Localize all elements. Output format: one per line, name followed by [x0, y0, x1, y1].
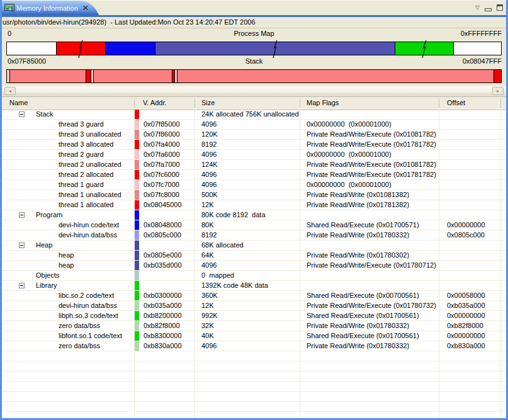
process-map-bar: [6, 42, 502, 55]
tree-collapse-icon[interactable]: [19, 283, 25, 288]
cell-mapflags: Private Read/Write/Execute (0x01780712): [307, 261, 436, 270]
empty-table-row: [2, 382, 506, 392]
cell-size: 68K allocated: [201, 241, 244, 250]
table-row[interactable]: zero data/bss 0xb830a000 4096 Private Re…: [2, 341, 506, 351]
color-chip: [135, 170, 139, 179]
empty-table-row: [2, 392, 506, 402]
color-chip: [135, 180, 139, 190]
color-chip: [135, 160, 139, 169]
tab-strip: Memory Information ✕ ▽: [2, 0, 506, 16]
scroll-right-icon[interactable]: ▸: [492, 87, 504, 95]
tree-collapse-icon[interactable]: [19, 242, 25, 248]
cell-offset: 0xb035a000: [447, 301, 485, 310]
cell-mapflags: Private Read/Write (0x01780332): [307, 230, 409, 240]
column-header-name[interactable]: Name: [9, 97, 28, 109]
cell-vaddr: 0x07f86000: [144, 130, 180, 139]
horizontal-scrollbar[interactable]: ◂ ▸: [3, 86, 505, 96]
tab-close-icon[interactable]: ✕: [82, 4, 89, 12]
cell-size: 32K: [201, 321, 214, 331]
stack-title: Stack: [6, 57, 502, 65]
column-header-mapflags[interactable]: Map Flags: [307, 97, 339, 109]
cell-offset: 0xb830a000: [447, 341, 485, 351]
tree-collapse-icon[interactable]: [19, 212, 25, 218]
color-chip: [135, 110, 139, 119]
color-chip: [135, 291, 139, 300]
cell-offset: 0x00000000: [447, 311, 485, 321]
cell-size: 80K code 8192 data: [201, 210, 266, 220]
cell-size: 1392K code 48K data: [201, 281, 268, 290]
cell-vaddr: 0xb035a000: [144, 301, 182, 310]
table-row[interactable]: heap 0xb035d000 4096 Private Read/Write/…: [2, 261, 506, 271]
process-map-labels: 0 Process Map 0xFFFFFFFF: [6, 30, 502, 40]
column-header-size[interactable]: Size: [201, 97, 215, 109]
table-row[interactable]: thread 3 allocated 0x07fa4000 8192 Priva…: [2, 140, 506, 150]
column-resize-handle[interactable]: [195, 99, 195, 108]
table-row[interactable]: thread 1 guard 0x07fc7000 4096 0x0000000…: [2, 180, 506, 190]
table-row[interactable]: Stack 24K allocated 756K unallocated: [2, 110, 506, 120]
table-row[interactable]: thread 2 unallocated 0x07fa7000 124K Pri…: [2, 160, 506, 170]
cell-size: 8192: [201, 230, 217, 240]
cell-vaddr: 0x0805c000: [144, 230, 181, 240]
table-row[interactable]: Program 80K code 8192 data: [2, 210, 506, 220]
tab-memory-information[interactable]: Memory Information ✕: [2, 1, 99, 16]
table-row[interactable]: libfont.so.1 code/text 0xb8300000 40K Sh…: [2, 331, 506, 341]
table-body: Stack 24K allocated 756K unallocated thr…: [2, 110, 506, 418]
cell-vaddr: 0xb82f8000: [144, 321, 180, 331]
map-segment-thread-1-unallocated: [177, 70, 494, 82]
memory-table: Name V. Addr. Size Map Flags Offset Stac…: [2, 96, 506, 418]
table-row[interactable]: thread 1 allocated 0x08045000 12K Privat…: [2, 200, 506, 210]
map-segment-unmapped-low: [7, 42, 56, 55]
cell-size: 120K: [201, 130, 218, 139]
table-row[interactable]: devi-hirun data/bss 0x0805c000 8192 Priv…: [2, 230, 506, 241]
cell-vaddr: 0x07fc7000: [144, 180, 179, 190]
tree-collapse-icon[interactable]: [19, 111, 25, 117]
cell-mapflags: Shared Read/Execute (0x00700561): [307, 291, 419, 300]
cell-vaddr: 0x08045000: [144, 200, 182, 210]
table-row[interactable]: thread 2 allocated 0x07fc6000 4096 Priva…: [2, 170, 506, 180]
cell-size: 40K: [201, 331, 214, 341]
table-row[interactable]: Library 1392K code 48K data: [2, 281, 506, 291]
table-row[interactable]: Heap 68K allocated: [2, 241, 506, 251]
minimize-icon[interactable]: [485, 8, 492, 11]
cell-vaddr: 0x0805e000: [144, 251, 182, 260]
color-chip: [135, 230, 139, 240]
table-row[interactable]: Objects 0 mapped: [2, 271, 506, 281]
cell-name: zero data/bss: [59, 341, 100, 351]
cell-size: 360K: [201, 291, 218, 300]
table-row[interactable]: devi-hirun data/bss 0xb035a000 12K Priva…: [2, 301, 506, 311]
table-row[interactable]: thread 2 guard 0x07fa6000 4096 0x0000000…: [2, 150, 506, 160]
cell-mapflags: Private Read/Write (0x01780332): [307, 321, 409, 331]
cell-name: Stack: [36, 110, 54, 119]
table-row[interactable]: heap 0x0805e000 64K Private Read/Write (…: [2, 251, 506, 261]
column-header-offset[interactable]: Offset: [447, 97, 465, 109]
color-chip: [135, 271, 139, 280]
cell-size: 64K: [201, 251, 214, 260]
table-row[interactable]: thread 1 unallocated 0x07fc8000 500K Pri…: [2, 190, 506, 200]
color-chip: [135, 220, 139, 230]
table-row[interactable]: libph.so.3 code/text 0xb8200000 992K Sha…: [2, 311, 506, 321]
stack-map-labels: 0x07F85000 Stack 0x08047FFF: [6, 57, 502, 68]
column-header-vaddr[interactable]: V. Addr.: [143, 97, 167, 109]
maximize-icon[interactable]: [497, 4, 503, 11]
cell-offset: 0x00000000: [447, 220, 485, 230]
cell-name: Heap: [36, 241, 52, 250]
cell-name: Program: [36, 210, 62, 220]
cell-name: zero data/bss: [59, 321, 100, 331]
column-resize-handle[interactable]: [500, 99, 501, 108]
cell-mapflags: Private Read/Write/Execute (0x01081782): [307, 160, 436, 169]
column-resize-handle[interactable]: [439, 99, 439, 108]
cell-size: 24K allocated 756K unallocated: [201, 110, 299, 119]
table-row[interactable]: thread 3 guard 0x07f85000 4096 0x0000000…: [2, 120, 506, 130]
empty-table-row: [2, 412, 506, 418]
column-resize-handle[interactable]: [134, 99, 135, 108]
view-menu-icon[interactable]: ▽: [475, 4, 480, 11]
cell-mapflags: Private Read/Write (0x01780302): [307, 251, 409, 260]
scroll-left-icon[interactable]: ◂: [4, 87, 16, 95]
color-chip: [135, 140, 139, 149]
table-row[interactable]: devi-hirun code/text 0x08048000 80K Shar…: [2, 220, 506, 230]
cell-size: 80K: [201, 220, 214, 230]
table-row[interactable]: zero data/bss 0xb82f8000 32K Private Rea…: [2, 321, 506, 331]
table-row[interactable]: thread 3 unallocated 0x07f86000 120K Pri…: [2, 130, 506, 140]
column-resize-handle[interactable]: [300, 99, 300, 108]
table-row[interactable]: libc.so.2 code/text 0xb0300000 360K Shar…: [2, 291, 506, 301]
